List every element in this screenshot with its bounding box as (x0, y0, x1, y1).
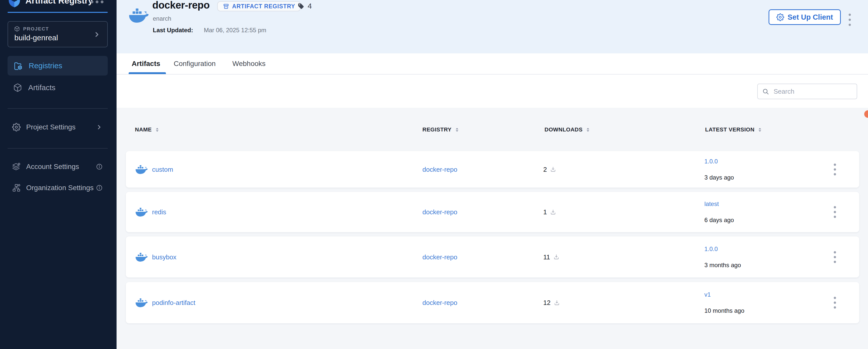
download-icon (550, 166, 556, 173)
download-icon (550, 209, 556, 215)
sidebar-item-label: Project Settings (26, 123, 75, 131)
registry-type-badge: ARTIFACT REGISTRY (217, 1, 301, 11)
tag-count: 4 (297, 2, 312, 10)
app-brand: Artifact Registry (7, 0, 93, 8)
sidebar-item-organization-settings[interactable]: Organization Settings (7, 179, 108, 197)
chevron-right-icon (96, 124, 103, 131)
info-icon[interactable] (96, 184, 103, 192)
row-kebab-menu-icon[interactable] (832, 162, 838, 177)
row-kebab-menu-icon[interactable] (832, 250, 838, 264)
notification-dot[interactable] (864, 110, 868, 118)
registry-type-badge-label: ARTIFACT REGISTRY (232, 3, 295, 10)
sidebar-menu-ellipsis-icon[interactable] (91, 0, 103, 3)
sort-icon (455, 127, 459, 132)
sidebar-accent-rule (7, 12, 108, 13)
latest-version-link[interactable]: 1.0.0 (704, 158, 734, 165)
last-updated: Last Updated: Mar 06, 2025 12:55 pm (153, 27, 266, 34)
set-up-client-button[interactable]: Set Up Client (769, 9, 841, 25)
row-kebab-menu-icon[interactable] (832, 295, 838, 310)
downloads-count: 1 (543, 208, 547, 216)
project-selector[interactable]: PROJECT build-genreal (7, 21, 108, 47)
project-chevron-right-icon (93, 31, 101, 38)
downloads-count: 12 (543, 299, 551, 307)
latest-version-link[interactable]: v1 (704, 291, 744, 298)
sidebar-item-label: Artifacts (28, 83, 55, 92)
registry-link[interactable]: docker-repo (423, 166, 457, 173)
column-header-downloads[interactable]: DOWNLOADS (545, 126, 590, 133)
row-kebab-menu-icon[interactable] (832, 205, 838, 220)
table-row: podinfo-artifact docker-repo 12 v1 10 mo… (126, 282, 859, 323)
table-row: custom docker-repo 2 1.0.0 3 days ago (126, 151, 859, 187)
layers-gear-icon (12, 163, 21, 171)
docker-whale-icon (135, 164, 148, 175)
table-row: busybox docker-repo 11 1.0.0 3 months ag… (126, 236, 859, 278)
archive-box-icon (223, 3, 229, 9)
latest-version-link[interactable]: 1.0.0 (704, 245, 741, 253)
artifact-name-link[interactable]: custom (152, 166, 173, 173)
version-updated: 10 months ago (704, 307, 744, 314)
registry-owner: enarch (153, 15, 171, 22)
artifact-list: NAME REGISTRY DOWNLOADS LATEST VERSION c… (117, 108, 868, 349)
registry-header: docker-repo ARTIFACT REGISTRY 4 enarch (117, 0, 868, 53)
tab-configuration[interactable]: Configuration (174, 53, 216, 74)
sort-icon (155, 127, 159, 132)
download-icon (554, 299, 560, 306)
column-header-registry[interactable]: REGISTRY (423, 126, 459, 133)
registries-folder-icon (13, 61, 23, 70)
tab-artifacts[interactable]: Artifacts (132, 53, 160, 74)
search-input[interactable] (773, 87, 852, 96)
docker-whale-icon (135, 297, 148, 308)
column-header-name[interactable]: NAME (135, 126, 159, 133)
sidebar-item-label: Account Settings (26, 163, 79, 171)
set-up-client-label: Set Up Client (788, 13, 833, 21)
tab-webhooks[interactable]: Webhooks (232, 53, 266, 74)
sidebar-item-account-settings[interactable]: Account Settings (7, 158, 108, 175)
column-header-latest-version[interactable]: LATEST VERSION (705, 126, 762, 133)
last-updated-label: Last Updated: (153, 27, 193, 33)
gear-icon (12, 123, 21, 132)
toolbar (117, 75, 868, 108)
version-updated: 3 months ago (704, 262, 741, 269)
sidebar-divider (7, 148, 108, 149)
tag-count-value: 4 (308, 2, 312, 10)
registry-link[interactable]: docker-repo (423, 299, 457, 307)
sidebar-header: Artifact Registry (0, 0, 117, 12)
downloads-count: 11 (543, 253, 550, 261)
last-updated-value: Mar 06, 2025 12:55 pm (204, 27, 266, 33)
docker-whale-icon (135, 207, 148, 217)
info-icon[interactable] (96, 164, 103, 170)
tab-bar: Artifacts Configuration Webhooks (117, 53, 868, 75)
sort-icon (586, 127, 590, 132)
header-kebab-menu-icon[interactable] (847, 12, 852, 27)
artifact-name-link[interactable]: podinfo-artifact (152, 299, 195, 307)
registry-link[interactable]: docker-repo (423, 208, 457, 216)
sidebar-item-registries[interactable]: Registries (7, 56, 108, 76)
tag-icon (297, 2, 305, 10)
table-row: redis docker-repo 1 latest 6 days ago (126, 192, 859, 232)
search-icon (762, 88, 769, 95)
version-updated: 6 days ago (704, 216, 734, 224)
gear-icon (776, 13, 784, 21)
active-tab-underline (129, 72, 166, 74)
registry-link[interactable]: docker-repo (423, 253, 457, 261)
app-logo-shield-icon (7, 0, 21, 8)
artifact-name-link[interactable]: redis (152, 208, 166, 216)
latest-version-link[interactable]: latest (704, 200, 734, 207)
sidebar-item-label: Organization Settings (26, 184, 94, 192)
sidebar-item-artifacts[interactable]: Artifacts (7, 78, 108, 97)
docker-whale-icon (128, 6, 149, 24)
project-cube-icon (14, 26, 20, 32)
sort-icon (758, 127, 762, 132)
sidebar-item-label: Registries (29, 61, 62, 70)
app-title: Artifact Registry (25, 0, 93, 5)
version-updated: 3 days ago (704, 174, 734, 181)
sidebar: Artifact Registry PROJECT build-genreal (0, 0, 117, 349)
artifact-name-link[interactable]: busybox (152, 253, 177, 261)
download-icon (553, 254, 560, 260)
sidebar-item-project-settings[interactable]: Project Settings (7, 118, 108, 136)
page-title: docker-repo (152, 0, 210, 11)
search-box[interactable] (757, 84, 857, 99)
downloads-count: 2 (543, 166, 547, 173)
main-area: docker-repo ARTIFACT REGISTRY 4 enarch (117, 0, 868, 349)
sidebar-divider (7, 108, 108, 109)
